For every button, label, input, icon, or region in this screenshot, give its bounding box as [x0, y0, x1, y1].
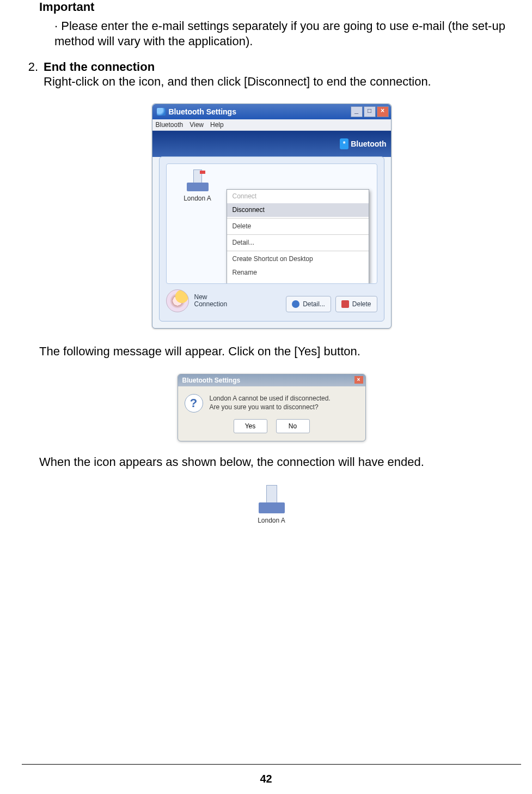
- device-label: London A: [173, 195, 222, 202]
- new-connection-icon[interactable]: [166, 289, 189, 312]
- step-title: End the connection: [44, 60, 521, 74]
- context-menu-create-shortcut[interactable]: Create Shortcut on Desktop: [227, 252, 369, 266]
- question-icon: ?: [185, 394, 203, 413]
- bluetooth-settings-icon: [157, 108, 166, 116]
- step-number: 2.: [22, 60, 38, 89]
- window-title: Bluetooth Settings: [169, 107, 236, 116]
- disconnected-device-label: London A: [245, 517, 298, 524]
- close-button[interactable]: ×: [377, 106, 389, 117]
- delete-x-icon: [341, 300, 349, 308]
- context-menu-disconnect[interactable]: Disconnect: [227, 203, 369, 217]
- bluetooth-brand-label: Bluetooth: [351, 140, 386, 148]
- dialog-title: Bluetooth Settings: [182, 377, 241, 384]
- yes-button[interactable]: Yes: [234, 419, 267, 433]
- delete-button[interactable]: Delete: [335, 296, 377, 312]
- minimize-button[interactable]: _: [351, 106, 363, 117]
- important-heading: Important: [39, 0, 521, 14]
- context-menu-connect[interactable]: Connect: [227, 190, 369, 203]
- menu-view[interactable]: View: [189, 121, 204, 129]
- context-menu: Connect Disconnect Delete Detail... Crea…: [227, 189, 369, 284]
- device-disconnected: London A: [245, 483, 298, 524]
- detail-button[interactable]: Detail...: [286, 296, 331, 312]
- dialog-message: London A cannot be used if disconnected.…: [210, 394, 331, 413]
- bluetooth-logo-icon: *: [340, 138, 348, 149]
- disconnect-dialog: Bluetooth Settings × ? London A cannot b…: [178, 374, 366, 441]
- context-menu-detail[interactable]: Detail...: [227, 236, 369, 250]
- context-menu-change-icons[interactable]: Change Icons...: [227, 280, 369, 284]
- lan-access-point-icon: [185, 169, 211, 193]
- page-number: 42: [0, 773, 532, 785]
- after-screenshot1: The following message will appear. Click…: [39, 344, 521, 359]
- maximize-button[interactable]: □: [364, 106, 376, 117]
- menu-help[interactable]: Help: [210, 121, 224, 129]
- page-rule: [22, 764, 521, 765]
- new-connection-label: New Connection: [194, 294, 228, 309]
- device-london-a[interactable]: London A: [173, 169, 222, 202]
- menu-bluetooth[interactable]: Bluetooth: [156, 121, 184, 129]
- step-instruction: Right-click on the icon, and then click …: [44, 74, 521, 89]
- dialog-close-button[interactable]: ×: [354, 376, 363, 384]
- bluetooth-settings-window: Bluetooth Settings _ □ × Bluetooth View …: [152, 104, 392, 329]
- important-bullet: · Please enter the e-mail settings separ…: [54, 19, 521, 49]
- context-menu-delete[interactable]: Delete: [227, 220, 369, 233]
- no-button[interactable]: No: [276, 419, 310, 433]
- context-menu-rename[interactable]: Rename: [227, 266, 369, 280]
- after-screenshot2: When the icon appears as shown below, th…: [39, 454, 521, 470]
- info-icon: [292, 300, 299, 308]
